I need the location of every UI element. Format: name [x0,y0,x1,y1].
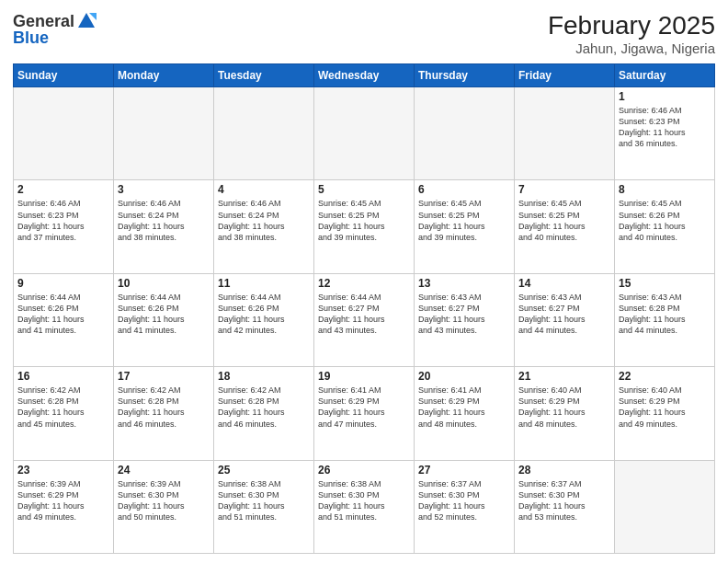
week-row-3: 16Sunrise: 6:42 AMSunset: 6:28 PMDayligh… [14,367,715,460]
calendar-cell [114,87,214,180]
calendar-cell: 20Sunrise: 6:41 AMSunset: 6:29 PMDayligh… [415,367,515,460]
day-number: 13 [418,277,510,290]
day-number: 9 [17,277,109,290]
calendar-cell [615,460,715,553]
logo-blue-text: Blue [13,29,49,47]
day-info: Sunrise: 6:43 AMSunset: 6:27 PMDaylight:… [418,292,510,337]
location-title: Jahun, Jigawa, Nigeria [548,40,715,56]
calendar-cell: 19Sunrise: 6:41 AMSunset: 6:29 PMDayligh… [314,367,415,460]
day-info: Sunrise: 6:41 AMSunset: 6:29 PMDaylight:… [418,385,510,430]
calendar-cell: 5Sunrise: 6:45 AMSunset: 6:25 PMDaylight… [314,180,415,273]
day-info: Sunrise: 6:44 AMSunset: 6:26 PMDaylight:… [118,292,210,337]
col-header-thursday: Thursday [415,64,515,87]
day-number: 23 [17,464,109,477]
week-row-2: 9Sunrise: 6:44 AMSunset: 6:26 PMDaylight… [14,273,715,366]
day-info: Sunrise: 6:46 AMSunset: 6:24 PMDaylight:… [218,198,310,243]
day-info: Sunrise: 6:45 AMSunset: 6:25 PMDaylight:… [518,198,610,243]
calendar-cell: 17Sunrise: 6:42 AMSunset: 6:28 PMDayligh… [114,367,214,460]
day-number: 10 [118,277,210,290]
calendar-cell [214,87,314,180]
calendar-cell: 22Sunrise: 6:40 AMSunset: 6:29 PMDayligh… [615,367,715,460]
day-number: 18 [218,370,310,383]
day-number: 20 [418,370,510,383]
week-row-0: 1Sunrise: 6:46 AMSunset: 6:23 PMDaylight… [14,87,715,180]
calendar-cell: 8Sunrise: 6:45 AMSunset: 6:26 PMDaylight… [615,180,715,273]
calendar-cell: 6Sunrise: 6:45 AMSunset: 6:25 PMDaylight… [415,180,515,273]
day-number: 4 [218,183,310,196]
day-number: 8 [619,183,711,196]
day-number: 24 [118,464,210,477]
calendar-cell: 15Sunrise: 6:43 AMSunset: 6:28 PMDayligh… [615,273,715,366]
day-info: Sunrise: 6:39 AMSunset: 6:29 PMDaylight:… [17,478,109,523]
day-info: Sunrise: 6:46 AMSunset: 6:24 PMDaylight:… [118,198,210,243]
calendar-cell: 16Sunrise: 6:42 AMSunset: 6:28 PMDayligh… [14,367,114,460]
logo: General Blue [13,11,97,47]
day-info: Sunrise: 6:43 AMSunset: 6:27 PMDaylight:… [518,292,610,337]
calendar-cell: 18Sunrise: 6:42 AMSunset: 6:28 PMDayligh… [214,367,314,460]
day-info: Sunrise: 6:45 AMSunset: 6:26 PMDaylight:… [619,198,711,243]
day-info: Sunrise: 6:40 AMSunset: 6:29 PMDaylight:… [619,385,711,430]
day-number: 28 [518,464,610,477]
calendar-cell: 10Sunrise: 6:44 AMSunset: 6:26 PMDayligh… [114,273,214,366]
calendar-cell: 21Sunrise: 6:40 AMSunset: 6:29 PMDayligh… [515,367,615,460]
day-number: 6 [418,183,510,196]
calendar-cell [515,87,615,180]
day-info: Sunrise: 6:44 AMSunset: 6:26 PMDaylight:… [17,292,109,337]
day-number: 15 [619,277,711,290]
calendar-cell: 25Sunrise: 6:38 AMSunset: 6:30 PMDayligh… [214,460,314,553]
calendar-cell: 26Sunrise: 6:38 AMSunset: 6:30 PMDayligh… [314,460,415,553]
calendar-cell: 7Sunrise: 6:45 AMSunset: 6:25 PMDaylight… [515,180,615,273]
calendar-cell: 23Sunrise: 6:39 AMSunset: 6:29 PMDayligh… [14,460,114,553]
day-info: Sunrise: 6:45 AMSunset: 6:25 PMDaylight:… [318,198,410,243]
calendar-cell: 11Sunrise: 6:44 AMSunset: 6:26 PMDayligh… [214,273,314,366]
day-number: 12 [318,277,410,290]
day-number: 21 [518,370,610,383]
col-header-saturday: Saturday [615,64,715,87]
calendar-cell: 12Sunrise: 6:44 AMSunset: 6:27 PMDayligh… [314,273,415,366]
logo-icon [76,11,97,31]
day-info: Sunrise: 6:37 AMSunset: 6:30 PMDaylight:… [418,478,510,523]
day-info: Sunrise: 6:42 AMSunset: 6:28 PMDaylight:… [218,385,310,430]
day-info: Sunrise: 6:43 AMSunset: 6:28 PMDaylight:… [619,292,711,337]
day-number: 2 [17,183,109,196]
day-number: 26 [318,464,410,477]
day-info: Sunrise: 6:42 AMSunset: 6:28 PMDaylight:… [118,385,210,430]
day-number: 27 [418,464,510,477]
calendar-cell [415,87,515,180]
day-info: Sunrise: 6:45 AMSunset: 6:25 PMDaylight:… [418,198,510,243]
day-number: 22 [619,370,711,383]
day-info: Sunrise: 6:44 AMSunset: 6:27 PMDaylight:… [318,292,410,337]
day-number: 14 [518,277,610,290]
header: General Blue February 2025 Jahun, Jigawa… [13,11,715,56]
day-info: Sunrise: 6:41 AMSunset: 6:29 PMDaylight:… [318,385,410,430]
day-info: Sunrise: 6:42 AMSunset: 6:28 PMDaylight:… [17,385,109,430]
month-title: February 2025 [548,11,715,40]
day-info: Sunrise: 6:37 AMSunset: 6:30 PMDaylight:… [518,478,610,523]
day-info: Sunrise: 6:44 AMSunset: 6:26 PMDaylight:… [218,292,310,337]
day-number: 19 [318,370,410,383]
col-header-friday: Friday [515,64,615,87]
calendar-cell: 27Sunrise: 6:37 AMSunset: 6:30 PMDayligh… [415,460,515,553]
calendar-cell: 2Sunrise: 6:46 AMSunset: 6:23 PMDaylight… [14,180,114,273]
day-number: 25 [218,464,310,477]
calendar-cell: 28Sunrise: 6:37 AMSunset: 6:30 PMDayligh… [515,460,615,553]
calendar-cell: 1Sunrise: 6:46 AMSunset: 6:23 PMDaylight… [615,87,715,180]
calendar-cell: 9Sunrise: 6:44 AMSunset: 6:26 PMDaylight… [14,273,114,366]
col-header-tuesday: Tuesday [214,64,314,87]
calendar-cell: 3Sunrise: 6:46 AMSunset: 6:24 PMDaylight… [114,180,214,273]
day-info: Sunrise: 6:40 AMSunset: 6:29 PMDaylight:… [518,385,610,430]
day-info: Sunrise: 6:38 AMSunset: 6:30 PMDaylight:… [318,478,410,523]
day-number: 11 [218,277,310,290]
day-info: Sunrise: 6:46 AMSunset: 6:23 PMDaylight:… [619,105,711,150]
title-block: February 2025 Jahun, Jigawa, Nigeria [548,11,715,56]
page: General Blue February 2025 Jahun, Jigawa… [0,0,728,563]
calendar-table: SundayMondayTuesdayWednesdayThursdayFrid… [13,63,715,554]
calendar-cell: 13Sunrise: 6:43 AMSunset: 6:27 PMDayligh… [415,273,515,366]
calendar-header-row: SundayMondayTuesdayWednesdayThursdayFrid… [14,64,715,87]
day-number: 1 [619,90,711,103]
week-row-4: 23Sunrise: 6:39 AMSunset: 6:29 PMDayligh… [14,460,715,553]
calendar-cell [14,87,114,180]
logo-general-text: General [13,13,74,29]
day-number: 17 [118,370,210,383]
day-number: 5 [318,183,410,196]
